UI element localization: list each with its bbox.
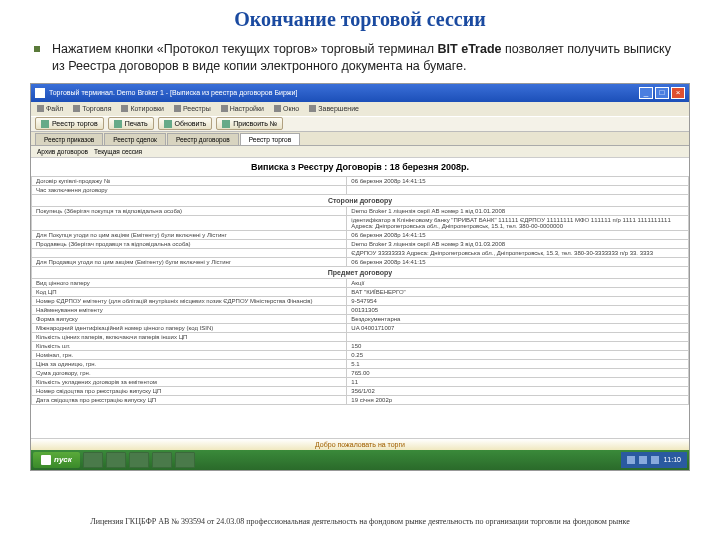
section-subject: Предмет договору bbox=[32, 266, 689, 278]
menu-bar: Файл Торговля Котировки Реестры Настройк… bbox=[31, 102, 689, 116]
maximize-button[interactable]: □ bbox=[655, 87, 669, 99]
row-label: Кількість шт. bbox=[32, 341, 347, 350]
row-label: Час заключення договору bbox=[32, 185, 347, 194]
row-value: Demo Broker 1 ліцензія серії АВ номер 1 … bbox=[347, 206, 689, 215]
section-parties: Сторони договору bbox=[32, 194, 689, 206]
table-row: Сума договору, грн.765.00 bbox=[32, 368, 689, 377]
tab-deals[interactable]: Реестр сделок bbox=[104, 133, 166, 145]
tab-orders[interactable]: Реестр приказов bbox=[35, 133, 103, 145]
table-row: Дата свідоцтва про реєстрацію випуску ЦП… bbox=[32, 395, 689, 404]
start-button[interactable]: пуск bbox=[33, 452, 80, 468]
print-icon bbox=[114, 120, 122, 128]
row-label: Кількість укладених договорів за емітент… bbox=[32, 377, 347, 386]
settings-icon bbox=[221, 105, 228, 112]
window-titlebar[interactable]: Торговый терминал. Demo Broker 1 - [Выпи… bbox=[31, 84, 689, 102]
row-label: Продавець (Зберігач продавця та відповід… bbox=[32, 239, 347, 248]
brand-name: BIT eTrade bbox=[438, 42, 502, 56]
sub-bar: Архив договоров Текущая сессия bbox=[31, 146, 689, 158]
menu-quotes[interactable]: Котировки bbox=[121, 105, 163, 112]
row-value: UA 0400171007 bbox=[347, 323, 689, 332]
doc-heading: Виписка з Реєстру Договорів : 18 березня… bbox=[31, 158, 689, 176]
slide-title: Окончание торговой сессии bbox=[28, 8, 692, 31]
table-row: Вид цінного паперуАкції bbox=[32, 278, 689, 287]
row-value: 06 березня 2008р 14:41:15 bbox=[347, 257, 689, 266]
table-row: Кількість шт.150 bbox=[32, 341, 689, 350]
table-row: Номінал, грн.0.25 bbox=[32, 350, 689, 359]
row-label: Для Продавця угоди по цим акціям (Емітен… bbox=[32, 257, 347, 266]
menu-file[interactable]: Файл bbox=[37, 105, 63, 112]
row-value: 19 січня 2002р bbox=[347, 395, 689, 404]
refresh-button[interactable]: Обновить bbox=[158, 117, 213, 130]
table-row: Номер ЄДРПОУ емітенту (для облігацій вну… bbox=[32, 296, 689, 305]
minimize-button[interactable]: _ bbox=[639, 87, 653, 99]
registry-button[interactable]: Реестр торгов bbox=[35, 117, 104, 130]
taskbar-item[interactable] bbox=[152, 452, 172, 468]
menu-window[interactable]: Окно bbox=[274, 105, 299, 112]
tab-trades[interactable]: Реестр торгов bbox=[240, 133, 300, 145]
close-button[interactable]: × bbox=[671, 87, 685, 99]
taskbar-item[interactable] bbox=[106, 452, 126, 468]
tray-icon[interactable] bbox=[651, 456, 659, 464]
bullet-text: Нажатием кнопки «Протокол текущих торгов… bbox=[52, 41, 686, 75]
windows-logo-icon bbox=[41, 455, 51, 465]
bullet-item: Нажатием кнопки «Протокол текущих торгов… bbox=[34, 41, 686, 75]
tray-icon[interactable] bbox=[639, 456, 647, 464]
row-value: 0.25 bbox=[347, 350, 689, 359]
row-value: 9-547954 bbox=[347, 296, 689, 305]
row-value: Бездокументарна bbox=[347, 314, 689, 323]
row-value: ЄДРПОУ 33333333 Адреса: Дніпропетровська… bbox=[347, 248, 689, 257]
row-value: 5.1 bbox=[347, 359, 689, 368]
row-label: Номер ЄДРПОУ емітенту (для облігацій вну… bbox=[32, 296, 347, 305]
row-value: 00131305 bbox=[347, 305, 689, 314]
welcome-bar: Добро пожаловать на торги bbox=[31, 438, 689, 450]
refresh-icon bbox=[164, 120, 172, 128]
menu-trade[interactable]: Торговля bbox=[73, 105, 111, 112]
taskbar-item[interactable] bbox=[175, 452, 195, 468]
table-row: Кількість укладених договорів за емітент… bbox=[32, 377, 689, 386]
table-row: Ціна за одиницю, грн.5.1 bbox=[32, 359, 689, 368]
end-icon bbox=[309, 105, 316, 112]
table-row: ідентифікатор в Клінінговому банку "ПРИВ… bbox=[32, 215, 689, 230]
row-label: Договір купівлі-продажу № bbox=[32, 176, 347, 185]
table-row: Міжнародний ідентифікаційний номер цінно… bbox=[32, 323, 689, 332]
menu-registry[interactable]: Реестры bbox=[174, 105, 211, 112]
row-value: 11 bbox=[347, 377, 689, 386]
print-button[interactable]: Печать bbox=[108, 117, 154, 130]
row-value: 06 березня 2008р 14:41:15 bbox=[347, 176, 689, 185]
contract-table: Договір купівлі-продажу №06 березня 2008… bbox=[31, 176, 689, 405]
taskbar-item[interactable] bbox=[129, 452, 149, 468]
window-title-text: Торговый терминал. Demo Broker 1 - [Выпи… bbox=[49, 89, 297, 96]
row-value: Demo Broker 3 ліцензія серії АВ номер 3 … bbox=[347, 239, 689, 248]
tab-contracts[interactable]: Реестр договоров bbox=[167, 133, 239, 145]
subbar-archive[interactable]: Архив договоров bbox=[37, 148, 88, 155]
clock: 11:10 bbox=[663, 456, 681, 463]
table-row: Код ЦПВАТ "КИЇВЕНЕРГО" bbox=[32, 287, 689, 296]
taskbar-item[interactable] bbox=[83, 452, 103, 468]
row-label: Ціна за одиницю, грн. bbox=[32, 359, 347, 368]
table-row: Покупець (Зберігач покупця та відповідал… bbox=[32, 206, 689, 215]
menu-end[interactable]: Завершение bbox=[309, 105, 359, 112]
row-label: Сума договору, грн. bbox=[32, 368, 347, 377]
table-row: Найменування емітенту00131305 bbox=[32, 305, 689, 314]
tray-icon[interactable] bbox=[627, 456, 635, 464]
row-label: Номінал, грн. bbox=[32, 350, 347, 359]
toolbar: Реестр торгов Печать Обновить Присвоить … bbox=[31, 116, 689, 132]
assign-icon bbox=[222, 120, 230, 128]
row-label: Для Покупця угоди по цим акціям (Емітент… bbox=[32, 230, 347, 239]
windows-taskbar: пуск 11:10 bbox=[31, 450, 689, 470]
row-label: Покупець (Зберігач покупця та відповідал… bbox=[32, 206, 347, 215]
registry-icon bbox=[174, 105, 181, 112]
row-value bbox=[347, 185, 689, 194]
row-value bbox=[347, 332, 689, 341]
table-row: Кількість цінних паперів, включаючи папе… bbox=[32, 332, 689, 341]
table-row: Для Продавця угоди по цим акціям (Емітен… bbox=[32, 257, 689, 266]
document-area: Виписка з Реєстру Договорів : 18 березня… bbox=[31, 158, 689, 438]
row-value: 765.00 bbox=[347, 368, 689, 377]
table-row: Номер свідоцтва про реєстрацію випуску Ц… bbox=[32, 386, 689, 395]
row-label: Форма випуску bbox=[32, 314, 347, 323]
assign-button[interactable]: Присвоить № bbox=[216, 117, 283, 130]
system-tray[interactable]: 11:10 bbox=[621, 452, 687, 468]
menu-settings[interactable]: Настройки bbox=[221, 105, 264, 112]
subbar-current[interactable]: Текущая сессия bbox=[94, 148, 142, 155]
app-screenshot: Торговый терминал. Demo Broker 1 - [Выпи… bbox=[30, 83, 690, 471]
